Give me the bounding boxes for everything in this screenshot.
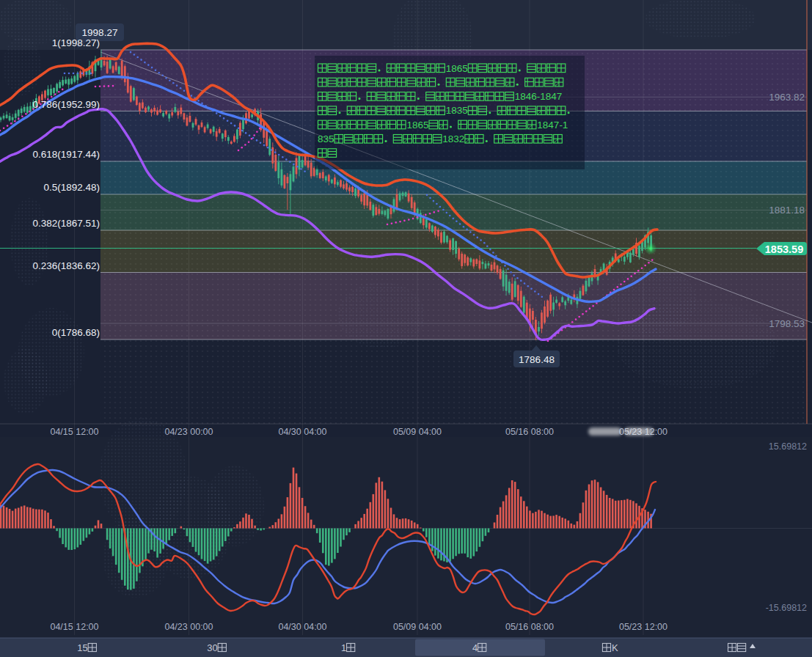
svg-text:1786.48: 1786.48 [519, 354, 555, 365]
svg-text:05/16 08:00: 05/16 08:00 [505, 622, 554, 632]
svg-text:04/30 04:00: 04/30 04:00 [278, 622, 326, 632]
svg-text:1832: 1832 [442, 133, 464, 144]
svg-text:-15.69812: -15.69812 [766, 603, 807, 613]
svg-text:0.5(1892.48): 0.5(1892.48) [43, 182, 100, 193]
svg-text:05/09 04:00: 05/09 04:00 [393, 427, 442, 437]
svg-text:0.236(1836.62): 0.236(1836.62) [32, 260, 100, 271]
svg-text:15.69812: 15.69812 [769, 441, 807, 452]
svg-text:30: 30 [207, 642, 217, 653]
svg-text:1798.53: 1798.53 [769, 318, 805, 329]
svg-text:1847-1: 1847-1 [537, 120, 568, 131]
svg-text:1865: 1865 [407, 120, 429, 131]
svg-text:05/23 12:00: 05/23 12:00 [619, 622, 667, 632]
svg-text:835: 835 [318, 133, 334, 144]
svg-text:4: 4 [472, 642, 478, 653]
svg-text:1998.27: 1998.27 [82, 27, 118, 38]
svg-text:1(1998.27): 1(1998.27) [52, 37, 100, 48]
svg-text:1881.18: 1881.18 [769, 205, 805, 216]
svg-text:15: 15 [77, 642, 87, 653]
svg-text:1: 1 [341, 642, 346, 653]
svg-text:05/16 08:00: 05/16 08:00 [505, 427, 554, 437]
svg-text:1853.59: 1853.59 [765, 243, 803, 255]
svg-text:1846-1847: 1846-1847 [515, 91, 563, 102]
svg-text:04/15 12:00: 04/15 12:00 [50, 427, 98, 437]
svg-text:1963.82: 1963.82 [769, 92, 805, 103]
svg-text:04/23 00:00: 04/23 00:00 [164, 427, 213, 437]
svg-text:05/09 04:00: 05/09 04:00 [393, 622, 442, 632]
svg-text:K: K [612, 642, 618, 653]
svg-text:0.618(1917.44): 0.618(1917.44) [32, 149, 100, 160]
svg-text:1835: 1835 [446, 105, 468, 116]
svg-text:1865: 1865 [446, 63, 468, 74]
svg-text:04/30 04:00: 04/30 04:00 [278, 427, 326, 437]
svg-text:0.382(1867.51): 0.382(1867.51) [32, 218, 100, 229]
svg-text:0(1786.68): 0(1786.68) [52, 327, 100, 338]
svg-text:04/23 00:00: 04/23 00:00 [164, 622, 213, 632]
svg-text:0.786(1952.99): 0.786(1952.99) [32, 99, 100, 110]
svg-text:04/15 12:00: 04/15 12:00 [50, 622, 98, 632]
